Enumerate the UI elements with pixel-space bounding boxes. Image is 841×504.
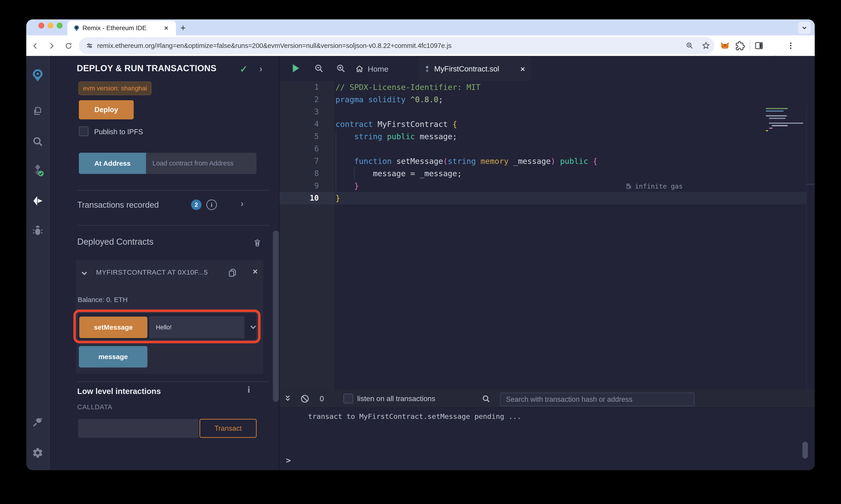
clear-console-icon[interactable] — [300, 394, 310, 403]
close-contract-icon[interactable]: × — [253, 267, 258, 276]
collapse-chevron-down-icon[interactable] — [81, 269, 88, 277]
line-number: 10 — [279, 192, 334, 204]
zoom-icon[interactable] — [686, 41, 694, 50]
chevron-down-icon — [801, 24, 808, 31]
zoom-in-icon[interactable] — [336, 64, 346, 73]
tab-search-button[interactable] — [798, 22, 811, 34]
panel-title: DEPLOY & RUN TRANSACTIONS — [77, 64, 217, 73]
contract-title: MYFIRSTCONTRACT AT 0X10F...5 — [96, 268, 208, 276]
code-line-3[interactable]: 3 — [279, 106, 806, 118]
browser-toolbar: remix.ethereum.org/#lang=en&optimize=fal… — [26, 35, 815, 56]
menu-dots-icon[interactable] — [786, 41, 795, 50]
close-window-button[interactable] — [38, 23, 44, 29]
indent-guide — [336, 130, 336, 192]
line-number: 7 — [279, 155, 334, 167]
expand-args-chevron-icon[interactable] — [249, 323, 257, 331]
terminal-prompt[interactable]: > — [286, 456, 291, 465]
line-number: 4 — [279, 118, 334, 130]
message-button[interactable]: message — [79, 346, 148, 367]
editor-tab-bar: Home MyFirstContract.sol × — [279, 56, 815, 81]
tab-myfirstcontract[interactable]: MyFirstContract.sol × — [418, 57, 531, 81]
solidity-compiler-icon[interactable] — [26, 160, 49, 180]
transactions-info-icon[interactable]: i — [206, 199, 217, 210]
run-script-icon[interactable] — [290, 63, 301, 73]
toolbar-separator — [750, 41, 750, 51]
terminal-search-input[interactable] — [500, 393, 694, 406]
publish-ipfs-checkbox[interactable] — [79, 126, 88, 136]
metamask-icon[interactable] — [720, 41, 730, 51]
listen-all-checkbox[interactable] — [343, 394, 353, 403]
panel-chevron-icon[interactable]: › — [259, 64, 262, 74]
terminal-scrollbar[interactable] — [802, 442, 808, 458]
line-number: 6 — [279, 143, 334, 155]
site-settings-icon[interactable] — [86, 42, 93, 50]
line-number: 8 — [279, 167, 334, 180]
code-line-6[interactable]: 6 — [279, 143, 806, 155]
code-editor[interactable]: 1// SPDX-License-Identifier: MIT2pragma … — [279, 81, 815, 390]
set-message-input[interactable] — [149, 316, 244, 339]
deploy-button[interactable]: Deploy — [79, 100, 134, 120]
low-level-info-icon[interactable]: i — [247, 384, 250, 395]
transactions-chevron-icon[interactable]: › — [241, 199, 244, 209]
code-line-8[interactable]: 8 message = _message; — [279, 167, 806, 180]
code-line-9[interactable]: 9 } — [279, 180, 806, 192]
collapse-terminal-icon[interactable] — [284, 394, 292, 403]
remix-logo-icon[interactable] — [26, 65, 49, 86]
zoom-out-icon[interactable] — [314, 64, 324, 73]
at-address-button[interactable]: At Address — [79, 153, 146, 174]
panel-scrollbar[interactable] — [273, 231, 279, 402]
divider — [77, 190, 270, 191]
deployed-contract-card: MYFIRSTCONTRACT AT 0X10F...5 × Balance: … — [76, 260, 263, 374]
code-line-4[interactable]: 4contract MyFirstContract { — [279, 118, 806, 130]
terminal-toolbar: 0 listen on all transactions — [279, 390, 815, 408]
gas-pump-icon — [626, 183, 632, 190]
load-contract-address-input[interactable] — [146, 153, 256, 174]
minimap-divider — [806, 106, 807, 415]
back-icon[interactable] — [32, 42, 39, 50]
code-line-5[interactable]: 5 string public message; — [279, 130, 806, 143]
file-explorer-icon[interactable] — [26, 101, 49, 122]
bookmark-star-icon[interactable] — [702, 41, 710, 50]
forward-icon[interactable] — [48, 42, 55, 50]
extensions-icon[interactable] — [735, 41, 745, 51]
browser-window: Remix - Ethereum IDE × + remix.ethereum.… — [26, 19, 815, 470]
code-line-2[interactable]: 2pragma solidity ^0.8.0; — [279, 93, 806, 106]
search-icon[interactable] — [26, 131, 49, 152]
code-line-10[interactable]: 10} — [279, 192, 806, 204]
tab-home[interactable]: Home — [355, 57, 389, 81]
line-number: 1 — [279, 81, 334, 93]
code-line-1[interactable]: 1// SPDX-License-Identifier: MIT — [279, 81, 806, 93]
settings-gear-icon[interactable] — [26, 443, 49, 463]
home-icon — [355, 65, 364, 73]
listen-all-label: listen on all transactions — [357, 390, 435, 408]
evm-version-badge: evm version: shanghai — [79, 82, 152, 95]
deploy-run-icon[interactable] — [26, 191, 49, 211]
debugger-icon[interactable] — [26, 221, 49, 241]
zoom-window-button[interactable] — [57, 23, 63, 29]
new-tab-button[interactable]: + — [177, 23, 189, 34]
editor-minimap[interactable] — [762, 106, 806, 415]
home-tab-label: Home — [368, 65, 389, 73]
remix-app: DEPLOY & RUN TRANSACTIONS ✓ › evm versio… — [26, 56, 815, 470]
browser-tab-strip: Remix - Ethereum IDE × + — [26, 19, 815, 35]
set-message-button[interactable]: setMessage — [79, 317, 148, 338]
plugin-manager-icon[interactable] — [26, 412, 49, 432]
copy-icon[interactable] — [227, 268, 238, 278]
url-bar[interactable]: remix.ethereum.org/#lang=en&optimize=fal… — [79, 37, 714, 54]
reload-icon[interactable] — [65, 42, 72, 50]
code-line-7[interactable]: 7 function setMessage(string memory _mes… — [279, 155, 806, 167]
divider — [77, 225, 270, 226]
transact-button[interactable]: Transact — [200, 419, 257, 438]
line-number: 5 — [279, 130, 334, 143]
calldata-input[interactable] — [78, 419, 199, 438]
file-tab-close-icon[interactable]: × — [520, 65, 525, 73]
browser-tab[interactable]: Remix - Ethereum IDE × — [67, 21, 176, 35]
line-number: 3 — [279, 106, 334, 118]
minimize-window-button[interactable] — [48, 23, 53, 29]
side-panel-icon[interactable] — [754, 41, 763, 50]
file-tab-label: MyFirstContract.sol — [434, 65, 499, 73]
trash-icon[interactable] — [253, 238, 262, 248]
tab-close-icon[interactable]: × — [164, 24, 168, 32]
terminal: 0 listen on all transactions transact to… — [279, 390, 815, 470]
editor-scroll-indicator[interactable] — [807, 184, 815, 185]
